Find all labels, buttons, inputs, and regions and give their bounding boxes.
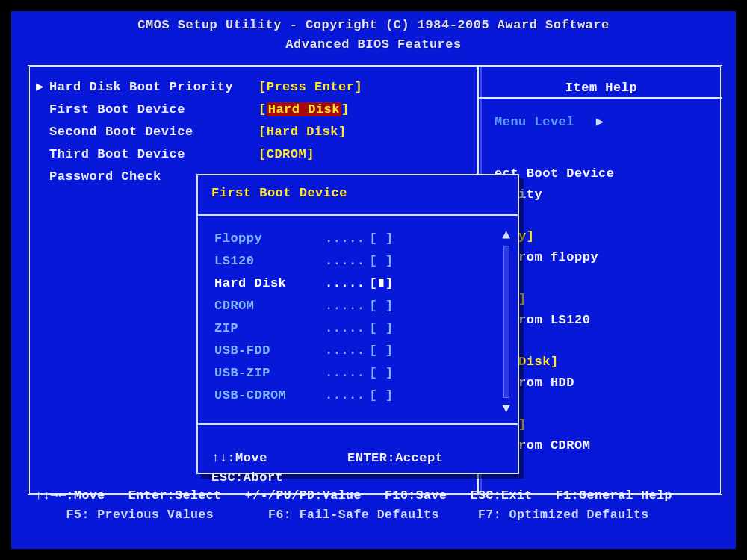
setting-value: [CDROM] [258, 143, 314, 166]
hint-move: ↑↓:Move [211, 451, 267, 465]
option-checkbox: [ ] [370, 362, 394, 385]
option-checkbox: [ ] [370, 295, 394, 317]
dialog-title: First Boot Device [198, 175, 518, 216]
option-label: Floppy [214, 228, 325, 250]
spacer [36, 166, 49, 188]
selection-arrow-icon: ▶ [36, 76, 49, 99]
option-label: USB-FDD [214, 340, 325, 362]
option-usb-zip[interactable]: USB-ZIP ..... [ ] [214, 362, 507, 385]
scroll-down-icon[interactable]: ▼ [502, 401, 510, 416]
help-body: ect Boot Device rority oppy] t from flop… [486, 140, 717, 477]
dots: ..... [325, 317, 365, 340]
setting-first-boot-device[interactable]: First Boot Device [Hard Disk] [36, 99, 471, 121]
setting-label: Second Boot Device [49, 121, 258, 143]
legend-line-2: F5: Previous Values F6: Fail-Safe Defaul… [35, 508, 649, 522]
option-label: USB-ZIP [214, 362, 325, 385]
legend-line-1: ↑↓→←:Move Enter:Select +/-/PU/PD:Value F… [35, 488, 672, 503]
setting-label: First Boot Device [49, 99, 258, 121]
help-title: Item Help [486, 73, 717, 103]
dialog-scrollbar[interactable]: ▲ ▼ [501, 228, 512, 416]
key-legend: ↑↓→←:Move Enter:Select +/-/PU/PD:Value F… [35, 467, 721, 544]
dots: ..... [325, 295, 365, 317]
spacer [36, 143, 49, 166]
option-label: LS120 [214, 250, 325, 273]
option-checkbox: [∎] [370, 273, 394, 295]
hint-accept: ENTER:Accept [347, 451, 443, 465]
setting-second-boot-device[interactable]: Second Boot Device [Hard Disk] [36, 121, 471, 143]
option-label: ZIP [214, 317, 325, 340]
option-ls120[interactable]: LS120 ..... [ ] [214, 250, 507, 273]
chevron-right-icon: ▶ [596, 115, 604, 129]
dots: ..... [325, 340, 365, 362]
bios-screen: CMOS Setup Utility - Copyright (C) 1984-… [11, 11, 736, 549]
option-checkbox: [ ] [370, 317, 394, 340]
header-line-1: CMOS Setup Utility - Copyright (C) 1984-… [11, 16, 736, 35]
option-label: Hard Disk [214, 273, 325, 295]
option-label: USB-CDROM [214, 385, 325, 407]
menu-level: Menu Level ▶ [486, 103, 717, 140]
header-line-2: Advanced BIOS Features [11, 35, 736, 55]
option-checkbox: [ ] [370, 250, 394, 273]
option-checkbox: [ ] [370, 385, 394, 407]
first-boot-device-dialog[interactable]: First Boot Device Floppy ..... [ ] LS120… [196, 174, 519, 474]
option-usb-cdrom[interactable]: USB-CDROM ..... [ ] [214, 385, 507, 407]
spacer [36, 99, 49, 121]
scroll-up-icon[interactable]: ▲ [502, 228, 510, 243]
dots: ..... [325, 273, 365, 295]
dialog-body: Floppy ..... [ ] LS120 ..... [ ] Hard Di… [198, 217, 518, 425]
dots: ..... [325, 228, 365, 250]
dots: ..... [325, 362, 365, 385]
option-label: CDROM [214, 295, 325, 317]
dialog-footer: ↑↓:Move ENTER:Accept ESC:Abort [198, 425, 518, 473]
scrollbar-track[interactable] [503, 246, 509, 398]
option-usb-fdd[interactable]: USB-FDD ..... [ ] [214, 340, 507, 362]
setting-value: [Hard Disk] [258, 121, 347, 143]
setting-label: Third Boot Device [49, 143, 258, 166]
setting-value: [Press Enter] [258, 76, 362, 99]
highlighted-value: Hard Disk [267, 102, 341, 116]
option-zip[interactable]: ZIP ..... [ ] [214, 317, 507, 340]
dots: ..... [325, 250, 365, 273]
option-cdrom[interactable]: CDROM ..... [ ] [214, 295, 507, 317]
option-checkbox: [ ] [370, 340, 394, 362]
setting-value: [Hard Disk] [258, 99, 350, 121]
spacer [36, 121, 49, 143]
dots: ..... [325, 385, 365, 407]
menu-level-label: Menu Level [495, 115, 574, 129]
option-checkbox: [ ] [370, 228, 394, 250]
setting-label: Hard Disk Boot Priority [49, 76, 258, 99]
option-hard-disk[interactable]: Hard Disk ..... [∎] [214, 273, 507, 295]
option-floppy[interactable]: Floppy ..... [ ] [214, 228, 507, 250]
setting-third-boot-device[interactable]: Third Boot Device [CDROM] [36, 143, 471, 166]
setting-hard-disk-boot-priority[interactable]: ▶ Hard Disk Boot Priority [Press Enter] [36, 76, 471, 99]
header: CMOS Setup Utility - Copyright (C) 1984-… [11, 11, 736, 55]
